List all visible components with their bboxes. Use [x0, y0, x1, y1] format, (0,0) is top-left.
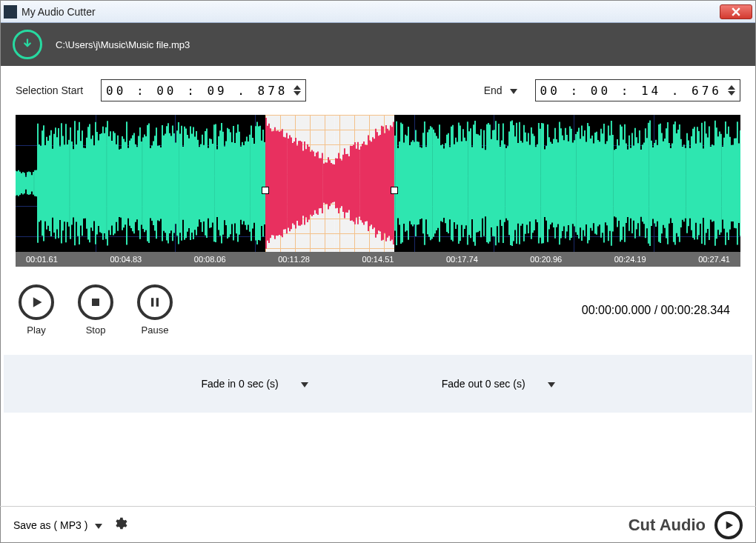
end-spinner-down[interactable] [728, 91, 735, 96]
timeline-tick: 00:14.51 [362, 255, 394, 264]
footer: Save as ( MP3 ) Cut Audio [0, 506, 756, 543]
play-label: Play [27, 324, 45, 336]
timeline-tick: 00:08.06 [194, 255, 226, 264]
end-spinner-up[interactable] [728, 85, 735, 90]
selection-handle-right[interactable] [391, 187, 398, 194]
pause-button[interactable]: Pause [137, 284, 173, 336]
start-spinner-down[interactable] [294, 91, 301, 96]
settings-button[interactable] [113, 516, 127, 533]
selection-end-input[interactable]: 00 : 00 : 14 . 676 [535, 79, 740, 101]
fade-out-dropdown[interactable]: Fade out 0 sec (s) [442, 378, 555, 390]
playback-controls: Play Stop Pause 00:00:00.000 / 00:00:28.… [1, 267, 755, 342]
timeline-tick: 00:20.96 [530, 255, 562, 264]
stop-icon [88, 295, 103, 310]
timeline-tick: 00:27.41 [698, 255, 730, 264]
selection-start-label: Selection Start [16, 84, 83, 96]
fade-row: Fade in 0 sec (s) Fade out 0 sec (s) [4, 355, 752, 413]
selection-handle-left[interactable] [262, 187, 269, 194]
stop-button[interactable]: Stop [78, 284, 113, 336]
save-as-label: Save as ( MP3 ) [13, 519, 87, 531]
stop-label: Stop [86, 324, 106, 336]
close-button[interactable] [720, 4, 752, 19]
pause-icon [147, 295, 162, 310]
pause-label: Pause [142, 324, 169, 336]
svg-rect-2 [156, 298, 159, 307]
close-icon [732, 7, 740, 16]
arrow-right-icon [723, 519, 735, 531]
waveform-canvas [16, 115, 740, 252]
time-readout: 00:00:00.000 / 00:00:28.344 [582, 304, 737, 317]
timeline-tick: 00:04.83 [110, 255, 142, 264]
titlebar: My Audio Cutter [1, 1, 755, 23]
selection-start-value: 00 : 00 : 09 . 878 [106, 84, 288, 98]
end-dropdown[interactable]: End [484, 84, 517, 96]
load-file-button[interactable] [13, 30, 42, 59]
fade-in-dropdown[interactable]: Fade in 0 sec (s) [201, 378, 308, 390]
end-spinner [728, 85, 735, 96]
start-spinner-up[interactable] [294, 85, 301, 90]
timeline-tick: 00:24.19 [614, 255, 646, 264]
svg-rect-1 [151, 298, 153, 307]
cut-audio-button[interactable]: Cut Audio [629, 511, 743, 539]
selection-start-input[interactable]: 00 : 00 : 09 . 878 [101, 79, 306, 101]
play-button[interactable]: Play [19, 284, 54, 336]
file-bar: C:\Users\j\Music\Music file.mp3 [1, 23, 755, 66]
file-path: C:\Users\j\Music\Music file.mp3 [56, 39, 190, 50]
chevron-down-icon [95, 519, 102, 531]
timeline: 00:01.6100:04.8300:08.0600:11.2800:14.51… [16, 252, 740, 267]
start-spinner [294, 85, 301, 96]
svg-rect-0 [92, 299, 99, 306]
timeline-tick: 00:17.74 [446, 255, 478, 264]
timeline-tick: 00:01.61 [26, 255, 58, 264]
chevron-down-icon [301, 378, 308, 390]
window-title: My Audio Cutter [21, 6, 720, 18]
fade-out-label: Fade out 0 sec (s) [442, 378, 525, 390]
fade-in-label: Fade in 0 sec (s) [201, 378, 278, 390]
save-as-dropdown[interactable]: Save as ( MP3 ) [13, 519, 102, 531]
cut-audio-label: Cut Audio [629, 516, 706, 535]
selection-row: Selection Start 00 : 00 : 09 . 878 End 0… [1, 66, 755, 115]
app-icon [4, 5, 17, 19]
play-icon [29, 295, 44, 310]
timeline-tick: 00:11.28 [278, 255, 310, 264]
selection-end-value: 00 : 00 : 14 . 676 [540, 84, 722, 98]
waveform[interactable]: 00:01.6100:04.8300:08.0600:11.2800:14.51… [16, 115, 740, 267]
download-icon [21, 38, 34, 51]
gear-icon [113, 516, 127, 531]
chevron-down-icon [548, 378, 555, 390]
